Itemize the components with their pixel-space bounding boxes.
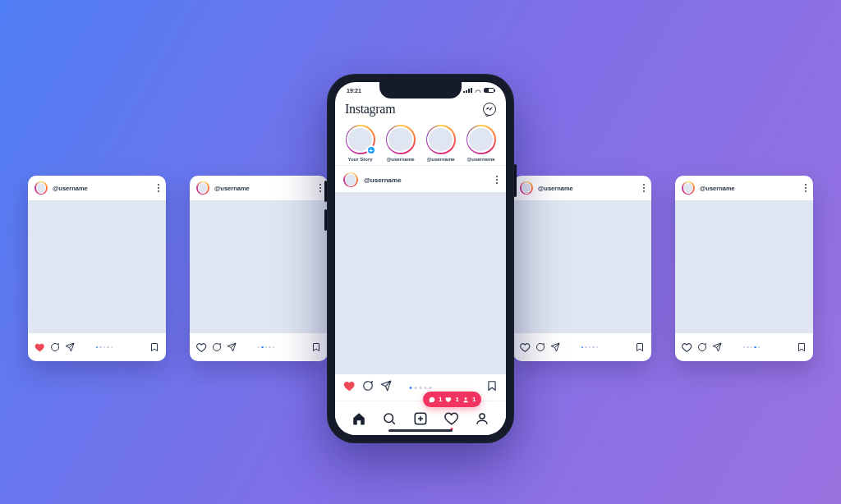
follow-count: 1 — [472, 396, 476, 403]
story-item[interactable]: @username — [464, 125, 498, 162]
svg-point-1 — [384, 414, 393, 423]
comment-count-icon — [429, 396, 435, 403]
nav-search-icon[interactable] — [380, 410, 398, 428]
notch — [379, 82, 462, 99]
more-icon[interactable] — [158, 184, 159, 192]
more-icon[interactable] — [643, 184, 645, 192]
phone-frame: 19:21 Instagram + Your Story — [327, 74, 514, 443]
comment-icon[interactable] — [697, 342, 707, 352]
comment-icon[interactable] — [362, 380, 374, 395]
brand-logo[interactable]: Instagram — [345, 102, 395, 117]
more-icon[interactable] — [319, 184, 321, 192]
nav-activity-icon[interactable] — [443, 410, 461, 428]
volume-button — [324, 209, 327, 231]
heart-icon[interactable] — [196, 342, 207, 353]
carousel-pager — [96, 346, 113, 349]
share-icon[interactable] — [227, 342, 237, 352]
comment-icon[interactable] — [535, 342, 545, 352]
story-label: Your Story — [343, 157, 377, 162]
avatar-ring — [196, 181, 209, 195]
stories-row[interactable]: + Your Story @username @username @userna… — [335, 121, 506, 166]
carousel-pager — [581, 346, 599, 349]
story-item[interactable]: @username — [424, 125, 457, 162]
post-card: @username — [675, 176, 813, 361]
post-image-placeholder[interactable] — [335, 192, 506, 374]
post-image-placeholder — [513, 200, 651, 333]
bookmark-icon[interactable] — [149, 342, 159, 352]
carousel-pager — [410, 387, 432, 389]
post-image-placeholder — [675, 200, 813, 333]
status-time: 19:21 — [347, 88, 361, 94]
share-icon[interactable] — [380, 380, 392, 395]
app-header: Instagram — [335, 99, 506, 120]
story-item[interactable]: @username — [384, 125, 417, 162]
carousel-pager — [258, 346, 275, 349]
phone-screen: 19:21 Instagram + Your Story — [335, 82, 506, 435]
activity-bubble[interactable]: 1 1 1 — [423, 392, 481, 407]
heart-icon[interactable] — [34, 342, 45, 353]
wifi-icon — [475, 88, 481, 93]
signal-icon — [463, 88, 472, 94]
comment-icon[interactable] — [50, 342, 60, 352]
feed-post: @username — [335, 167, 506, 401]
battery-icon — [484, 88, 494, 94]
story-avatar — [386, 125, 416, 154]
post-card: @username — [513, 176, 651, 361]
like-count: 1 — [455, 396, 458, 403]
story-avatar — [466, 125, 496, 154]
home-indicator[interactable] — [388, 429, 453, 432]
nav-home-icon[interactable] — [350, 410, 368, 428]
avatar-ring[interactable] — [343, 172, 358, 187]
story-avatar — [426, 125, 456, 154]
bookmark-icon[interactable] — [635, 342, 645, 352]
more-icon[interactable] — [496, 176, 498, 185]
bookmark-icon[interactable] — [311, 342, 321, 352]
add-story-icon[interactable]: + — [366, 145, 376, 155]
story-label: @username — [384, 157, 417, 162]
comment-count: 1 — [439, 396, 442, 403]
post-card: @username — [190, 176, 328, 361]
post-username: @username — [53, 185, 88, 192]
post-username: @username — [214, 185, 250, 192]
bookmark-icon[interactable] — [486, 380, 498, 395]
heart-icon[interactable] — [343, 380, 356, 396]
bookmark-icon[interactable] — [797, 342, 807, 352]
status-indicators — [463, 88, 494, 94]
nav-profile-icon[interactable] — [473, 410, 491, 428]
post-image-placeholder — [190, 200, 328, 333]
comment-icon[interactable] — [212, 342, 222, 352]
carousel-pager — [743, 346, 761, 349]
story-label: @username — [464, 157, 498, 162]
svg-point-0 — [465, 397, 467, 400]
story-your-story[interactable]: + Your Story — [343, 125, 377, 162]
avatar-ring — [682, 181, 695, 195]
avatar-ring — [520, 181, 533, 195]
story-avatar: + — [346, 125, 375, 154]
svg-point-3 — [480, 414, 485, 419]
heart-icon[interactable] — [520, 342, 531, 353]
post-username[interactable]: @username — [364, 176, 402, 184]
follow-count-icon — [462, 396, 469, 403]
post-username: @username — [700, 185, 735, 192]
share-icon[interactable] — [65, 342, 75, 352]
heart-icon[interactable] — [682, 342, 692, 353]
story-label: @username — [424, 157, 457, 162]
share-icon[interactable] — [550, 342, 560, 352]
avatar-ring — [34, 181, 48, 195]
like-count-icon — [445, 396, 452, 403]
share-icon[interactable] — [712, 342, 722, 352]
post-card: @username — [28, 176, 166, 361]
nav-create-icon[interactable] — [411, 410, 430, 428]
more-icon[interactable] — [805, 184, 807, 192]
post-username: @username — [538, 185, 573, 192]
messenger-icon[interactable] — [483, 103, 496, 116]
post-image-placeholder — [28, 200, 166, 333]
